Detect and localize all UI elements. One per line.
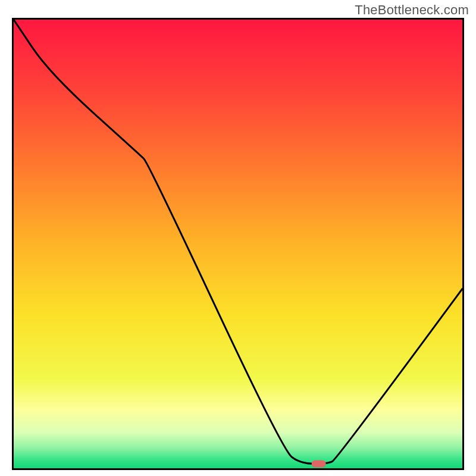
plot-frame [12,18,464,470]
gradient-background [14,20,462,468]
watermark-text: TheBottleneck.com [355,2,469,18]
chart-container: TheBottleneck.com [0,0,476,476]
plot-svg [14,20,462,468]
marker-pill [312,461,326,468]
